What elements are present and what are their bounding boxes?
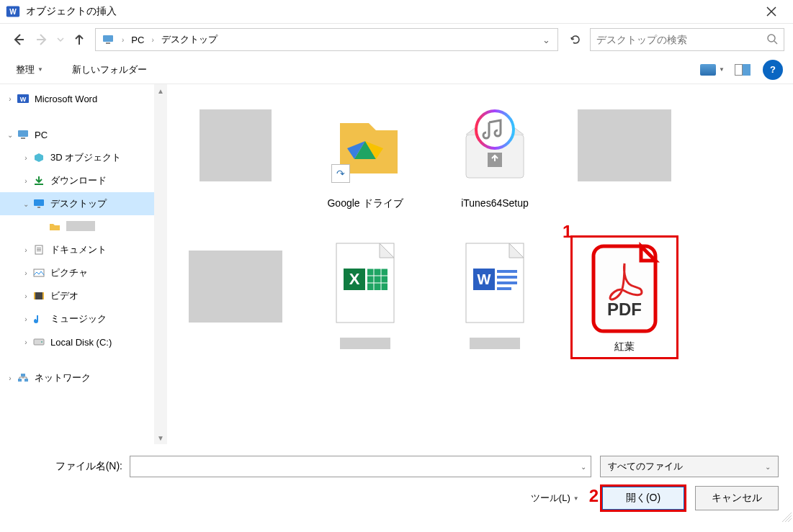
image-wide-icon <box>189 240 282 333</box>
breadcrumb-desktop[interactable]: デスクトップ <box>158 33 220 46</box>
sidebar-item-3d[interactable]: ›3D オブジェクト <box>0 146 156 169</box>
new-folder-button[interactable]: 新しいフォルダー <box>66 60 153 79</box>
sidebar-item-network[interactable]: ›ネットワーク <box>0 366 156 389</box>
pc-icon <box>16 128 30 141</box>
sidebar-item-pc[interactable]: ⌄PC <box>0 123 156 146</box>
file-item-word[interactable]: W <box>441 235 549 359</box>
word-icon: W <box>16 92 30 105</box>
breadcrumb-dropdown[interactable]: ⌄ <box>538 35 555 45</box>
view-splitpane-button[interactable] <box>730 60 756 80</box>
sidebar-item-video[interactable]: ›ビデオ <box>0 284 156 307</box>
sidebar-item-label: ピクチャ <box>50 266 153 279</box>
organize-button[interactable]: 整理 ▼ <box>10 60 49 79</box>
up-button[interactable] <box>69 30 89 50</box>
svg-rect-38 <box>497 276 517 279</box>
open-button[interactable]: 開く(O) <box>601 486 685 510</box>
pic-icon <box>32 266 46 279</box>
help-button[interactable]: ? <box>763 60 783 80</box>
sidebar-item-disk[interactable]: ›Local Disk (C:) <box>0 330 156 353</box>
file-filter-select[interactable]: すべてのファイル ⌄ <box>600 456 779 477</box>
svg-rect-19 <box>42 292 44 299</box>
itunes-icon <box>448 99 542 192</box>
filename-input[interactable]: ⌄ <box>130 456 591 477</box>
sidebar-item-pic[interactable]: ›ピクチャ <box>0 261 156 284</box>
tools-label: ツール(L) <box>531 492 570 505</box>
tree-toggle-icon[interactable]: › <box>20 177 32 185</box>
file-item-image-wide[interactable] <box>182 235 290 359</box>
sidebar-item-music[interactable]: ›ミュージック <box>0 307 156 330</box>
breadcrumb[interactable]: › PC › デスクトップ ⌄ <box>95 28 558 51</box>
tree-toggle-icon[interactable]: › <box>20 292 32 300</box>
sidebar-item-word[interactable]: ›WMicrosoft Word <box>0 87 156 110</box>
thumbnails-icon <box>700 64 716 76</box>
excel-icon: X <box>318 240 412 333</box>
tree-toggle-icon[interactable]: ⌄ <box>4 131 16 139</box>
sidebar-item-label: ドキュメント <box>50 243 153 256</box>
cancel-button[interactable]: キャンセル <box>695 486 779 510</box>
pc-icon <box>102 33 115 46</box>
tree-toggle-icon[interactable]: ⌄ <box>20 200 32 208</box>
bottom-panel: ファイル名(N): ⌄ すべてのファイル ⌄ ツール(L) ▼ 2 開く(O) … <box>0 444 793 523</box>
chevron-down-icon[interactable]: ⌄ <box>581 463 586 471</box>
view-thumbnails-button[interactable]: ▼ <box>699 60 725 80</box>
tree-toggle-icon[interactable]: › <box>20 154 32 162</box>
svg-text:W: W <box>9 8 17 16</box>
resize-grip[interactable] <box>781 512 792 522</box>
file-item-excel[interactable]: X <box>311 235 419 359</box>
sidebar-scrollbar[interactable]: ▲ ▼ <box>154 84 167 444</box>
svg-point-22 <box>41 341 42 343</box>
filename-label: ファイル名(N): <box>14 460 130 473</box>
folder-icon <box>48 220 62 233</box>
file-item-itunes[interactable]: iTunes64Setup <box>441 94 549 214</box>
file-pane[interactable]: ↷Google ドライブiTunes64SetupXW1PDF紅葉 <box>167 84 793 444</box>
file-item-image[interactable] <box>182 94 290 214</box>
chevron-down-icon: ⌄ <box>765 463 771 471</box>
file-item-gdrive[interactable]: ↷Google ドライブ <box>311 94 419 214</box>
pdf-icon: PDF <box>578 242 671 335</box>
tree-toggle-icon[interactable]: › <box>20 338 32 346</box>
forward-button[interactable] <box>32 30 52 50</box>
file-name-label: 紅葉 <box>614 340 635 353</box>
svg-rect-39 <box>497 281 517 284</box>
chevron-down-icon: ▼ <box>573 495 579 502</box>
close-button[interactable] <box>755 0 787 23</box>
scroll-down-icon[interactable]: ▼ <box>154 431 167 444</box>
search-box[interactable] <box>590 28 784 51</box>
breadcrumb-pc[interactable]: PC <box>128 35 147 45</box>
tree-toggle-icon[interactable]: › <box>4 374 16 382</box>
sidebar-item-doc[interactable]: ›ドキュメント <box>0 238 156 261</box>
sidebar-item-label: PC <box>35 130 153 140</box>
shortcut-icon: ↷ <box>331 164 350 183</box>
file-item-image-wide[interactable] <box>570 94 678 214</box>
svg-rect-9 <box>35 184 43 185</box>
arrow-right-icon <box>35 32 49 47</box>
navigation-row: › PC › デスクトップ ⌄ <box>0 24 793 55</box>
svg-rect-23 <box>18 379 22 382</box>
svg-rect-40 <box>497 287 511 290</box>
3d-icon <box>32 151 46 164</box>
sidebar-item-download[interactable]: ›ダウンロード <box>0 169 156 192</box>
download-icon <box>32 174 46 187</box>
back-button[interactable] <box>9 30 29 50</box>
tree-toggle-icon[interactable]: › <box>4 95 16 103</box>
scroll-up-icon[interactable]: ▲ <box>154 84 167 97</box>
file-name-label: Google ドライブ <box>327 197 403 209</box>
tools-button[interactable]: ツール(L) ▼ <box>531 492 579 505</box>
tree-toggle-icon[interactable]: › <box>20 315 32 323</box>
sidebar-item-desktop[interactable]: ⌄デスクトップ <box>0 192 156 215</box>
tree-toggle-icon[interactable]: › <box>20 269 32 277</box>
svg-rect-17 <box>34 292 44 299</box>
toolbar: 整理 ▼ 新しいフォルダー ▼ ? <box>0 55 793 84</box>
svg-rect-13 <box>37 248 41 248</box>
svg-rect-37 <box>497 270 517 273</box>
window-title: オブジェクトの挿入 <box>26 5 755 18</box>
sidebar-item-folder[interactable] <box>0 215 156 238</box>
recent-button[interactable] <box>55 30 66 50</box>
file-item-pdf[interactable]: 1PDF紅葉 <box>570 235 678 359</box>
svg-rect-3 <box>106 42 110 44</box>
main-area: ›WMicrosoft Word⌄PC›3D オブジェクト›ダウンロード⌄デスク… <box>0 84 793 444</box>
tree-toggle-icon[interactable]: › <box>20 246 32 254</box>
search-input[interactable] <box>596 34 766 45</box>
svg-text:X: X <box>349 270 360 288</box>
refresh-button[interactable] <box>564 28 587 51</box>
